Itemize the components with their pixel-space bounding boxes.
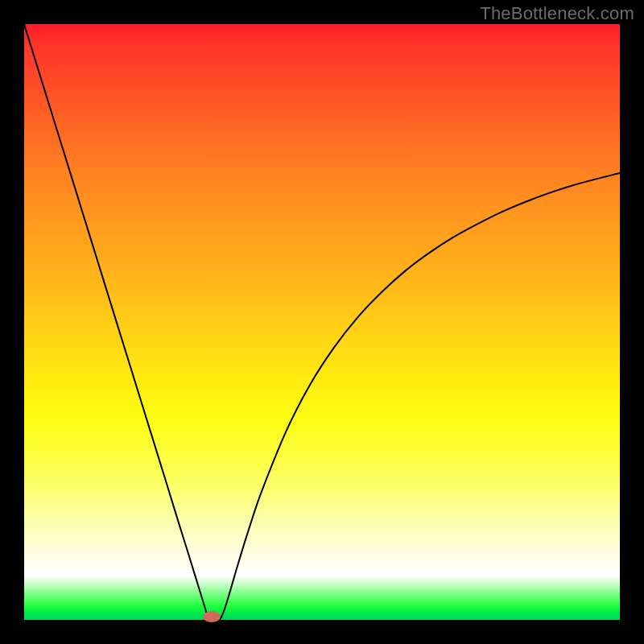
optimum-marker [203,611,221,622]
bottleneck-curve [24,24,620,620]
watermark-text: TheBottleneck.com [480,3,634,24]
plot-area [24,24,620,620]
chart-frame: TheBottleneck.com [0,0,644,644]
